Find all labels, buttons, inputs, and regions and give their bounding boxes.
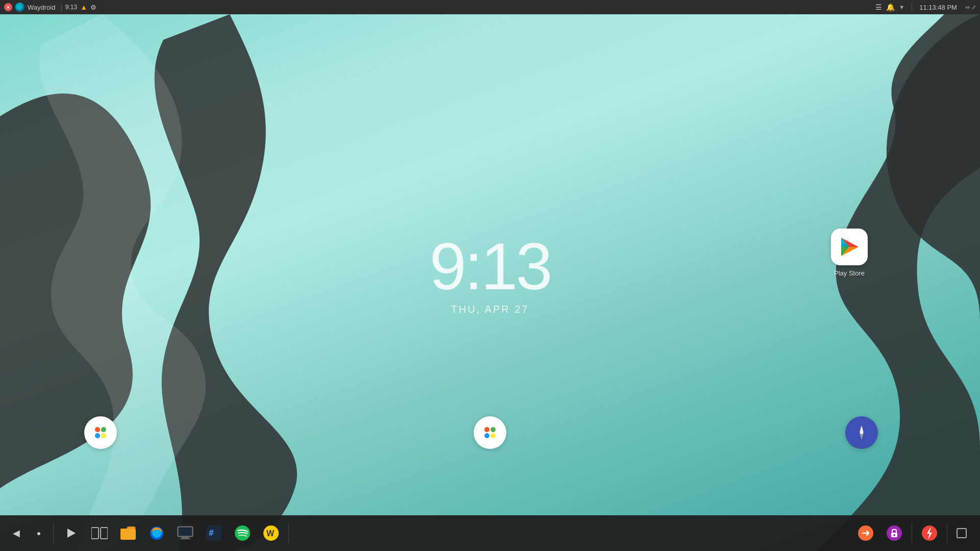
menu-icon[interactable]: ☰: [875, 3, 882, 11]
play-store-label: Play Store: [834, 269, 865, 277]
svg-rect-36: [957, 529, 966, 538]
taskbar: ◀ ●: [0, 515, 980, 551]
app-switcher-button[interactable]: [86, 520, 113, 546]
waydroid-left-icon-image: [84, 416, 117, 449]
svg-point-28: [235, 525, 250, 541]
taskbar-separator-2: [288, 523, 289, 543]
topbar-divider: [912, 3, 912, 11]
resize-icon[interactable]: ⇔ ⤢: [965, 4, 976, 11]
files-app-button[interactable]: [115, 520, 141, 546]
taskbar-separator-4: [947, 523, 947, 543]
svg-point-34: [893, 534, 895, 536]
notification-dropdown[interactable]: ▼: [899, 4, 904, 10]
back-button[interactable]: ◀: [5, 522, 28, 544]
taskbar-separator-3: [912, 523, 912, 543]
desktop: 9:13 THU, APR 27: [0, 14, 980, 551]
notification-bell-icon: 🔔: [886, 3, 895, 11]
svg-point-15: [860, 431, 863, 434]
svg-point-11: [491, 433, 496, 438]
svg-point-0: [17, 5, 22, 10]
waydroid-icon-left[interactable]: [84, 416, 117, 449]
window-title: Waydroid: [28, 4, 55, 11]
svg-point-3: [95, 427, 100, 432]
svg-point-8: [484, 427, 489, 432]
status-warning-icon: ▲: [80, 3, 87, 11]
title-separator: |: [60, 4, 62, 11]
waydroid-icon-center[interactable]: [474, 416, 506, 449]
navigation-icon-image: [845, 416, 878, 449]
play-store-desktop-icon[interactable]: Play Store: [831, 229, 868, 277]
waydroid-center-icon-image: [474, 416, 506, 449]
system-clock: 11:13:48 PM: [919, 4, 957, 11]
display-settings-button[interactable]: [172, 520, 199, 546]
close-button[interactable]: ×: [4, 3, 12, 11]
svg-rect-18: [101, 528, 108, 539]
svg-text:#: #: [209, 528, 214, 538]
transfer-button[interactable]: [852, 520, 879, 546]
play-media-button[interactable]: [58, 520, 84, 546]
status-gear-icon: ⚙: [90, 4, 96, 11]
square-button[interactable]: [950, 522, 973, 544]
home-button[interactable]: ●: [28, 522, 50, 544]
terminal-button[interactable]: #: [201, 520, 227, 546]
taskbar-separator-1: [53, 523, 54, 543]
waydroid-window-icon: [15, 3, 24, 12]
spotify-button[interactable]: [229, 520, 256, 546]
orbot-button[interactable]: [881, 520, 908, 546]
svg-point-5: [95, 433, 100, 438]
svg-point-9: [491, 427, 496, 432]
topbar-right: ☰ 🔔 ▼ 11:13:48 PM ⇔ ⤢: [875, 3, 976, 11]
svg-point-4: [101, 427, 106, 432]
taskbar-right-apps: [851, 520, 975, 546]
svg-point-7: [482, 424, 498, 441]
topbar-left: × Waydroid | 9:13 ▲ ⚙: [4, 3, 96, 12]
svg-rect-23: [179, 528, 192, 536]
svg-marker-16: [67, 529, 76, 538]
topbar: × Waydroid | 9:13 ▲ ⚙ ☰ 🔔 ▼ 11:13:48 PM …: [0, 0, 980, 14]
waydroid-taskbar-button[interactable]: W: [258, 520, 284, 546]
svg-text:W: W: [266, 529, 275, 538]
play-store-icon-image: [831, 229, 868, 265]
svg-rect-24: [182, 537, 189, 538]
svg-rect-17: [91, 528, 99, 539]
svg-point-10: [484, 433, 489, 438]
status-time: 9:13: [65, 4, 77, 11]
clock-time: 9:13: [429, 233, 550, 299]
svg-point-2: [92, 424, 109, 441]
navigation-icon[interactable]: [845, 416, 878, 449]
redsms-button[interactable]: [916, 520, 943, 546]
desktop-clock: 9:13 THU, APR 27: [429, 233, 550, 315]
svg-rect-19: [120, 529, 136, 540]
clock-date: THU, APR 27: [429, 304, 550, 315]
firefox-button[interactable]: [143, 520, 170, 546]
svg-point-6: [101, 433, 106, 438]
svg-rect-25: [180, 538, 190, 539]
